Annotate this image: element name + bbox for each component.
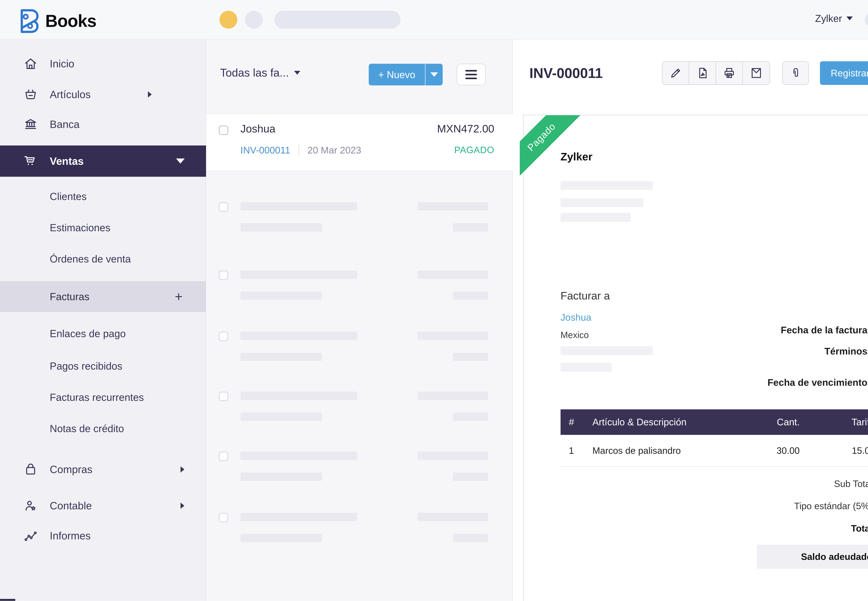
attachment-button[interactable] <box>782 61 809 85</box>
new-invoice-split-button[interactable]: + Nuevo <box>369 64 443 85</box>
invoice-row-checkbox[interactable] <box>219 513 228 522</box>
invoice-date: 20 Mar 2023 <box>307 145 361 156</box>
sidebar-item-label: Inicio <box>50 58 75 70</box>
invoice-row-checkbox[interactable] <box>219 332 228 341</box>
divider <box>299 145 299 156</box>
sidebar-item-label: Enlaces de pago <box>50 328 126 339</box>
edit-pencil-icon <box>669 66 682 80</box>
balance-due-row: Saldo adeudado MXN472.50 <box>757 545 868 569</box>
field-label: Fecha de vencimiento : <box>714 377 868 388</box>
sidebar-item-label: Pagos recibidos <box>50 360 122 372</box>
sidebar-item-articulos[interactable]: Artículos <box>0 82 206 107</box>
col-header: Cant. <box>729 416 799 427</box>
invoice-number-link[interactable]: INV-000011 <box>240 145 290 156</box>
detail-toolbar: Registrar Pagos Más <box>662 61 868 85</box>
cell-qty: 30.00 <box>729 445 799 456</box>
col-header: # <box>561 416 586 427</box>
field-label: Términos : <box>714 346 868 369</box>
totals-section: Sub Total 450.00 Tipo estándar (5%) 22.5… <box>561 473 868 569</box>
pdf-button[interactable] <box>689 62 716 84</box>
invoice-list-panel: Todas las fa... + Nuevo Joshua MXN472.00… <box>206 40 513 601</box>
sidebar-item-label: Facturas recurrentes <box>50 392 144 403</box>
placeholder-bar <box>561 181 653 190</box>
sidebar: Inicio Artículos Banca Ventas Clientes <box>0 40 206 601</box>
chevron-right-icon <box>148 91 152 98</box>
skeleton-list-item <box>206 392 513 443</box>
invoice-list-item[interactable]: Joshua MXN472.00 INV-000011 20 Mar 2023 … <box>206 113 513 171</box>
sidebar-item-label: Compras <box>50 463 93 476</box>
bank-icon <box>23 117 38 132</box>
sidebar-item-contable[interactable]: Contable <box>0 493 206 519</box>
field-label: Fecha de la factura : <box>714 325 868 336</box>
bag-icon <box>23 462 38 477</box>
sidebar-item-label: Estimaciones <box>50 222 110 233</box>
placeholder-bar <box>561 363 612 372</box>
sidebar-item-ordenes-de-venta[interactable]: Órdenes de venta <box>0 246 206 272</box>
cell-index: 1 <box>561 445 586 456</box>
search-input[interactable] <box>274 11 401 29</box>
sidebar-item-ventas[interactable]: Ventas <box>0 145 206 177</box>
new-invoice-button[interactable]: + Nuevo <box>369 64 425 85</box>
skeleton-list-item <box>206 270 513 322</box>
person-star-icon <box>23 498 38 513</box>
invoice-customer: Joshua <box>240 122 275 135</box>
sidebar-item-pagos-recibidos[interactable]: Pagos recibidos <box>0 353 206 379</box>
chevron-right-icon <box>180 466 185 473</box>
table-row: 1 Marcos de palisandro 30.00 15.00 450.0… <box>561 435 868 467</box>
sidebar-item-estimaciones[interactable]: Estimaciones <box>0 215 206 240</box>
total-row: Total MXN472.50 <box>561 517 868 540</box>
chevron-right-icon <box>180 503 185 509</box>
add-invoice-button[interactable]: + <box>175 289 183 304</box>
pdf-file-icon <box>696 66 709 80</box>
detail-action-group <box>662 61 770 85</box>
sidebar-bottom-sliver <box>0 599 15 601</box>
sidebar-item-compras[interactable]: Compras <box>0 457 206 482</box>
subtotal-row: Sub Total 450.00 <box>561 473 868 495</box>
invoice-row-checkbox[interactable] <box>219 392 228 401</box>
tax-row: Tipo estándar (5%) 22.50 <box>561 495 868 517</box>
sidebar-item-enlaces-de-pago[interactable]: Enlaces de pago <box>0 321 206 346</box>
skeleton-list-item <box>206 332 513 383</box>
invoice-row-checkbox[interactable] <box>219 270 228 280</box>
cell-rate: 15.00 <box>800 445 868 456</box>
books-logo-icon <box>17 8 40 34</box>
invoice-row-checkbox[interactable] <box>219 125 228 135</box>
customer-link[interactable]: Joshua <box>561 312 592 323</box>
table-header-row: # Artículo & Descripción Cant. Tarifa Ca… <box>561 409 868 435</box>
sidebar-item-facturas[interactable]: Facturas + <box>0 281 206 312</box>
sidebar-item-label: Artículos <box>50 88 91 101</box>
register-payments-button[interactable]: Registrar Pagos <box>820 61 868 85</box>
skeleton-list-item <box>206 202 513 253</box>
paperclip-icon <box>789 67 802 79</box>
paid-ribbon-holder: Pagado <box>520 115 583 179</box>
sidebar-item-banca[interactable]: Banca <box>0 111 206 137</box>
sidebar-item-clientes[interactable]: Clientes <box>0 184 206 209</box>
page-title: INV-000011 <box>529 65 603 81</box>
sidebar-item-informes[interactable]: Informes <box>0 523 206 549</box>
status-badge: PAGADO <box>454 145 494 155</box>
email-button[interactable] <box>743 62 770 84</box>
invoice-row-checkbox[interactable] <box>219 452 228 461</box>
new-invoice-dropdown-button[interactable] <box>425 64 443 85</box>
sidebar-item-label: Ventas <box>50 155 84 167</box>
list-menu-button[interactable] <box>457 64 485 85</box>
sidebar-item-label: Órdenes de venta <box>50 253 131 265</box>
sidebar-item-label: Banca <box>50 118 80 130</box>
chevron-down-icon <box>430 72 438 77</box>
invoice-row-checkbox[interactable] <box>219 202 228 212</box>
topbar-placeholder-icon <box>865 13 868 27</box>
envelope-icon <box>750 66 763 80</box>
list-filter-dropdown[interactable]: Todas las fa... <box>220 66 301 79</box>
chart-line-icon <box>23 528 38 543</box>
app-logo[interactable]: Books <box>17 8 96 34</box>
sidebar-item-facturas-recurrentes[interactable]: Facturas recurrentes <box>0 384 206 410</box>
list-filter-label: Todas las fa... <box>220 66 289 79</box>
chevron-down-icon <box>847 17 853 20</box>
sidebar-item-inicio[interactable]: Inicio <box>0 51 206 76</box>
org-selector[interactable]: Zylker <box>815 13 853 24</box>
sidebar-item-notas-de-credito[interactable]: Notas de crédito <box>0 416 206 441</box>
print-button[interactable] <box>716 62 743 84</box>
edit-button[interactable] <box>662 62 689 84</box>
logo-text: Books <box>45 11 96 31</box>
placeholder-bar <box>561 198 644 207</box>
